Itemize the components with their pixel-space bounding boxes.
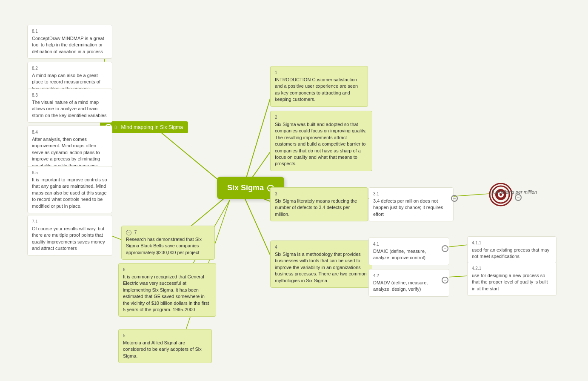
node-5-text: Motorola and Allied Signal are considere… (123, 340, 207, 359)
node-4-1: 4.1 DMAIC (define, measure, analyze, imp… (368, 238, 449, 265)
node-4-2-1-num: 4.2.1 (472, 266, 552, 272)
node-6: 6 It is commonly recognized that General… (118, 263, 216, 317)
node-8-1: 8.1 ConceptDraw MINDMAP is a great tool … (27, 25, 112, 59)
node-3-1-collapse[interactable]: − (451, 194, 458, 202)
node-3-1-num: 3.1 (373, 191, 449, 197)
node-3-1: 3.1 3.4 defects per million does not hap… (368, 187, 454, 221)
node-8-5-num: 8.5 (32, 170, 108, 176)
italic-label-text: 3.4 defects per million (491, 189, 537, 195)
node-7-1-num: 7.1 (32, 219, 108, 225)
node-3-1-right-collapse-icon[interactable]: − (515, 194, 522, 201)
mind-mapping-label: Mind mapping in Six Sigma (121, 124, 183, 130)
node-8-3-text: The visual nature of a mind map allows o… (32, 99, 108, 119)
node-4-1-collapse[interactable]: − (442, 244, 448, 252)
svg-line-10 (245, 92, 272, 183)
node-2: 2 Six Sigma was built and adopted so tha… (270, 111, 372, 171)
node-8-3-num: 8.3 (32, 92, 108, 98)
node-4-1-collapse-icon[interactable]: − (442, 245, 448, 252)
mind-mapping-node[interactable]: − 8 Mind mapping in Six Sigma (100, 121, 188, 133)
node-4-1-1-text: used for an existing process that may no… (472, 247, 552, 260)
node-4-2-collapse-icon[interactable]: − (442, 277, 448, 284)
svg-line-13 (245, 198, 272, 260)
node-8-2-num: 8.2 (32, 66, 108, 72)
node-7-1-text: Of course your results will vary, but th… (32, 226, 108, 252)
node-7-collapse[interactable]: − (126, 230, 131, 235)
node-3: 3 Six Sigma literately means reducing th… (270, 187, 368, 221)
node-5-num: 5 (123, 333, 207, 339)
node-3-num: 3 (275, 191, 363, 197)
node-3-1-text: 3.4 defects per million does not happen … (373, 198, 449, 218)
node-8-5-text: It is important to improve controls so t… (32, 177, 108, 209)
node-7-text: Research has demonstrated that Six Sigma… (126, 236, 210, 256)
node-4-2-num: 4.2 (373, 273, 445, 279)
node-4-1-1-num: 4.1.1 (472, 240, 552, 246)
node-8-1-text: ConceptDraw MINDMAP is a great tool to h… (32, 35, 108, 55)
node-4-2-collapse[interactable]: − (442, 276, 448, 284)
node-4-2-1-text: use for designing a new process so that … (472, 272, 552, 292)
target-icon (489, 183, 513, 208)
node-1-text: INTRODUCTION Customer satisfaction and a… (275, 77, 363, 103)
italic-label: 3.4 defects per million (491, 189, 537, 195)
node-2-text: Six Sigma was built and adopted so that … (275, 121, 368, 167)
node-6-text: It is commonly recognized that General E… (123, 274, 211, 313)
node-3-1-collapse-icon[interactable]: − (451, 195, 458, 202)
node-6-num: 6 (123, 267, 211, 273)
target-svg (489, 183, 513, 206)
node-1-num: 1 (275, 70, 363, 76)
node-5: 5 Motorola and Allied Signal are conside… (118, 329, 212, 363)
node-4-1-num: 4.1 (373, 241, 445, 247)
node-7-1: 7.1 Of course your results will vary, bu… (27, 215, 112, 256)
node-1: 1 INTRODUCTION Customer satisfaction and… (270, 66, 368, 107)
central-label: Six Sigma (227, 183, 264, 192)
node-4-text: Six Sigma is a methodology that provides… (275, 251, 368, 284)
node-7: − 7 Research has demonstrated that Six S… (121, 226, 215, 260)
node-4-2: 4.2 DMADV (define, measure, analyze, des… (368, 269, 449, 297)
mind-mapping-num: 8 (114, 125, 117, 130)
node-8-4-text: After analysis, then comes improvement. … (32, 136, 108, 169)
node-8-5: 8.5 It is important to improve controls … (27, 166, 112, 213)
node-4-1-1: 4.1.1 used for an existing process that … (467, 236, 557, 264)
node-8-3: 8.3 The visual nature of a mind map allo… (27, 89, 112, 123)
node-7-num: − 7 (126, 229, 210, 235)
node-3-text: Six Sigma literately means reducing the … (275, 198, 363, 218)
node-2-num: 2 (275, 115, 368, 120)
node-8-4-num: 8.4 (32, 129, 108, 135)
node-4-2-text: DMADV (define, measure, analyze, design,… (373, 280, 445, 293)
node-8-1-num: 8.1 (32, 29, 108, 34)
node-4-1-text: DMAIC (define, measure, analyze, improve… (373, 248, 445, 261)
node-4-2-1: 4.2.1 use for designing a new process so… (467, 262, 557, 296)
node-4-num: 4 (275, 244, 368, 250)
node-4: 4 Six Sigma is a methodology that provid… (270, 241, 372, 288)
